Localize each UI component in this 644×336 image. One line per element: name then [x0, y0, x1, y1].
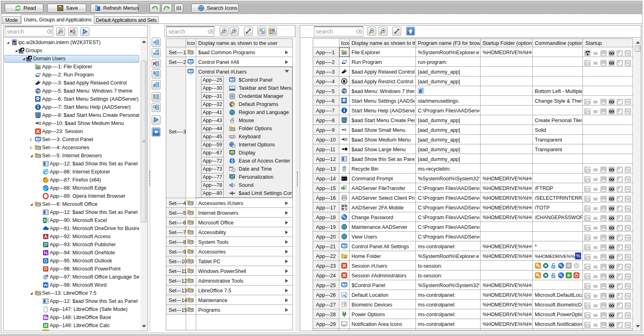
svg-text:A: A — [46, 274, 49, 278]
svg-text:C:\: C:\ — [342, 178, 346, 180]
svg-text:B: B — [46, 317, 48, 319]
